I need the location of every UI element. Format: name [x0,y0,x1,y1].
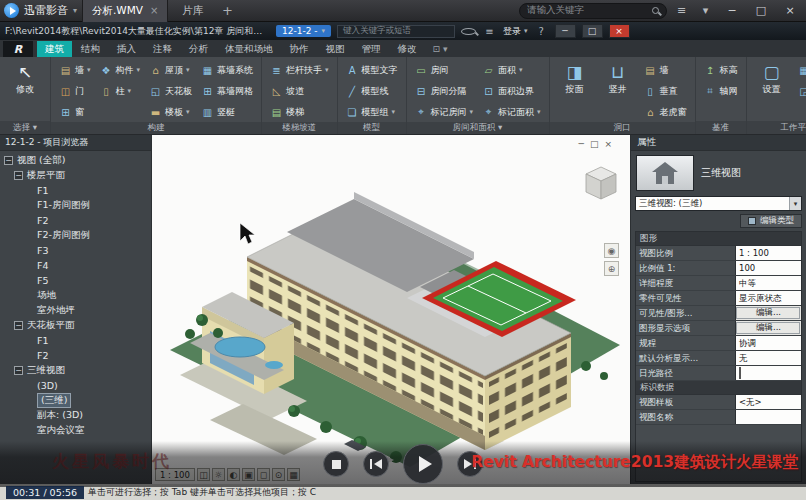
ribbon-tab[interactable]: 结构 [73,41,108,57]
chevron-down-icon[interactable]: ▾ [696,4,715,17]
checkbox[interactable] [739,367,741,379]
drawing-area[interactable]: ─ □ × ◉ ⊕ 1 : 100 ◫☼◐▣◻⊙▦ [152,135,630,484]
ribbon-tab[interactable]: 视图 [318,41,353,57]
infocenter-search-input[interactable]: 键入关键字或短语 [337,25,455,38]
ribbon-tool[interactable]: ▥竖梃 [199,102,255,122]
application-menu-button[interactable]: R [3,41,33,57]
edit-type-button[interactable]: 编辑类型 [740,214,802,228]
ribbon-tool[interactable]: ⌗轴网 [702,81,740,101]
ribbon-tool[interactable]: ▬楼板▾ [147,102,194,122]
ribbon-tool[interactable]: ▤墙 [642,60,689,80]
type-selector[interactable]: 三维视图: (三维) ▾ [635,196,802,211]
tree-item[interactable]: F2-房间图例 [0,228,151,243]
revit-document-chip[interactable]: 12-1-2 - ▾ [276,25,331,37]
ribbon-tab[interactable]: 注释 [145,41,180,57]
property-value[interactable] [735,366,801,380]
tree-item[interactable]: −视图 (全部) [0,153,151,168]
ribbon-tool[interactable]: ◨按面 [556,60,594,96]
ribbon-tool[interactable]: ▢设置 [753,60,791,96]
tree-expander-icon[interactable]: − [14,171,23,180]
tree-item[interactable]: −天花板平面 [0,318,151,333]
player-tab-current[interactable]: 分析.WMV × [82,0,168,22]
tree-item[interactable]: 室外地坪 [0,303,151,318]
property-value[interactable]: 显示原状态 [735,291,801,305]
ribbon-tool[interactable]: ◺坡道 [268,81,331,101]
close-button[interactable]: × [778,0,802,22]
tree-expander-icon[interactable]: − [14,321,23,330]
stop-button[interactable] [323,451,349,477]
player-tab-library[interactable]: 片库 [173,0,212,22]
tree-item[interactable]: F1 [0,183,151,198]
tree-item[interactable]: F2 [0,213,151,228]
ribbon-tool[interactable]: ⌖标记房间▾ [413,102,476,122]
tree-item[interactable]: F1-房间图例 [0,198,151,213]
ribbon-tool[interactable]: ≣栏杆扶手▾ [268,60,331,80]
view-close-icon[interactable]: × [604,139,612,149]
ribbon-panel-label[interactable]: 楼梯坡道 [262,122,337,134]
ribbon-tool[interactable]: ▯垂直 [642,81,689,101]
ribbon-tab[interactable]: 体量和场地 [217,41,281,57]
ribbon-tool[interactable]: ⊞幕墙网格 [199,81,255,101]
viewcube[interactable] [580,163,622,205]
ribbon-tool[interactable]: ◱天花板 [147,81,194,101]
tree-item[interactable]: (3D) [0,378,151,393]
ribbon-panel-label[interactable]: 房间和面积 ▾ [407,122,549,134]
ribbon-panel-label[interactable]: 基准 [696,121,746,134]
ribbon-tool[interactable]: ⊔竖井 [599,60,637,96]
tree-item[interactable]: F3 [0,243,151,258]
ribbon-tool[interactable]: ⌂老虎窗 [642,102,689,122]
ribbon-panel-label[interactable]: 选择 ▾ [0,121,50,134]
ribbon-tool[interactable]: ▱面积▾ [480,60,543,80]
3d-view-canvas[interactable] [152,135,630,484]
property-edit-button[interactable]: 编辑... [735,321,801,335]
minimize-button[interactable]: ─ [720,0,744,22]
previous-button[interactable] [363,451,389,477]
ribbon-tool[interactable]: ⊡面积边界 [480,81,543,101]
ribbon-panel-label[interactable]: 构建 [51,122,261,134]
property-value[interactable]: 中等 [735,276,801,290]
signin-button[interactable]: 登录 ▾ [503,25,528,38]
tree-item[interactable]: −楼层平面 [0,168,151,183]
steering-wheel-icon[interactable]: ◉ [604,243,619,258]
revit-close-button[interactable]: × [609,24,630,38]
tree-item[interactable]: F2 [0,348,151,363]
property-value[interactable]: 1 : 100 [735,246,801,260]
ribbon-tool[interactable]: ◫门 [57,81,93,101]
ribbon-tab[interactable]: 协作 [282,41,317,57]
search-icon[interactable] [652,7,659,14]
property-value[interactable]: 100 [735,261,801,275]
ribbon-tool[interactable]: ⌖标记面积▾ [480,102,543,122]
ribbon-tab[interactable]: 修改 [390,41,425,57]
project-browser-header[interactable]: 12-1-2 - 项目浏览器 [0,135,151,151]
property-edit-button[interactable]: 编辑... [735,306,801,320]
search-icon[interactable] [461,28,476,35]
ribbon-tool[interactable]: ⊞窗 [57,102,93,122]
view-restore-icon[interactable]: □ [590,139,599,149]
chevron-down-icon[interactable]: ▾ [789,197,801,210]
ribbon-tool[interactable]: ▦显示 [796,60,806,80]
property-value[interactable]: 无 [735,351,801,365]
ribbon-tool[interactable]: ❖构件▾ [98,60,143,80]
tree-expander-icon[interactable]: − [14,366,23,375]
ribbon-tool[interactable]: ╱模型线 [344,81,400,101]
ribbon-tool[interactable]: ↖修改 [6,60,44,96]
ribbon-tool[interactable]: ▦幕墙系统 [199,60,255,80]
play-button[interactable] [403,444,443,484]
revit-minimize-button[interactable]: ─ [555,24,576,38]
tree-item[interactable]: F4 [0,258,151,273]
ribbon-tab[interactable]: 分析 [181,41,216,57]
ribbon-tool[interactable]: ❏模型组▾ [344,102,400,122]
ribbon-panel-label[interactable]: 模型 [338,122,406,134]
tree-item[interactable]: −三维视图 [0,363,151,378]
ribbon-panel-label[interactable]: 工作平面 [747,121,806,134]
properties-header[interactable]: 属性 [631,135,806,151]
tree-item[interactable]: 室内会议室 [0,423,151,438]
ribbon-tool[interactable]: ◲查看器 [796,81,806,101]
ribbon-tool[interactable]: ▯柱▾ [98,81,143,101]
ribbon-tool[interactable]: ▤墙▾ [57,60,93,80]
property-value[interactable]: 协调 [735,336,801,350]
property-value[interactable] [735,410,801,424]
ribbon-tool[interactable]: A模型文字 [344,60,400,80]
help-icon[interactable]: ? [534,26,549,37]
chevron-down-icon[interactable]: ▾ [73,6,77,15]
